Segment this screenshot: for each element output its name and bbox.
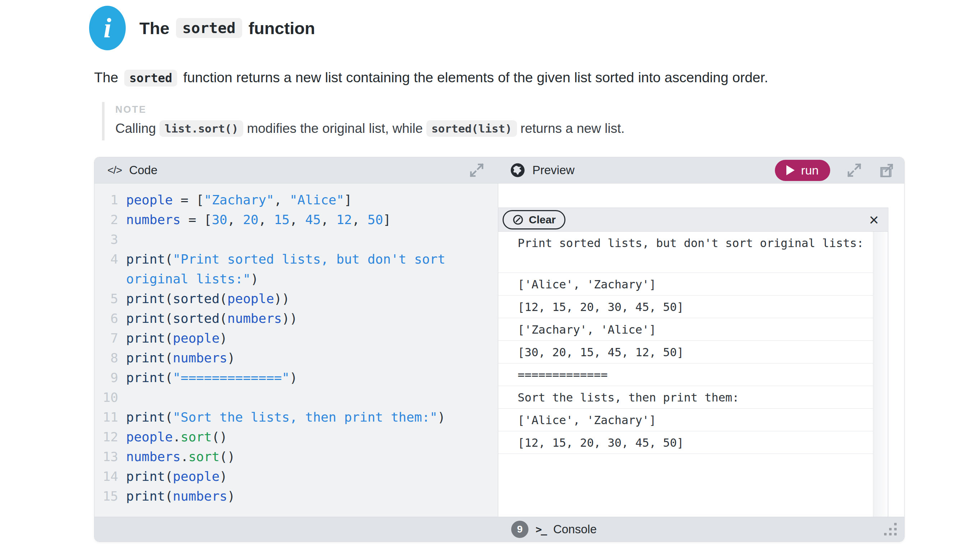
title-code-chip: sorted — [176, 18, 242, 38]
code-line: 10 — [94, 388, 498, 407]
no-symbol-icon — [512, 214, 524, 226]
line-number: 5 — [94, 289, 118, 308]
code-line: 4print("Print sorted lists, but don't so… — [94, 249, 498, 269]
preview-title-group: Preview — [510, 163, 574, 178]
console-rows: Print sorted lists, but don't sort origi… — [498, 232, 873, 517]
clear-button[interactable]: Clear — [503, 210, 565, 229]
console-row: ============= — [498, 364, 873, 386]
line-number — [94, 269, 118, 289]
title-post: function — [248, 18, 315, 38]
code-text: print("=============") — [118, 368, 298, 388]
note-code-chip-2: sorted(list) — [426, 120, 517, 137]
note-code-chip-1: list.sort() — [159, 120, 243, 137]
console-row: [12, 15, 20, 30, 45, 50] — [498, 295, 873, 318]
code-line: 6print(sorted(numbers)) — [94, 308, 498, 328]
expand-code-button[interactable] — [468, 162, 485, 178]
code-text: print(people) — [118, 467, 228, 486]
code-line: 3 — [94, 229, 498, 249]
note-mid: modifies the original list, while — [247, 121, 422, 136]
code-line: 1people = ["Zachary", "Alice"] — [94, 190, 498, 210]
line-number: 3 — [94, 229, 118, 249]
close-console-button[interactable]: × — [869, 211, 879, 228]
resize-grip[interactable] — [883, 522, 899, 538]
code-line: 12people.sort() — [94, 427, 498, 447]
code-text: original lists:") — [118, 269, 258, 289]
code-line: 2numbers = [30, 20, 15, 45, 12, 50] — [94, 210, 498, 229]
code-text: people.sort() — [118, 427, 228, 447]
panel-header: </> Code Preview run — [94, 157, 904, 184]
line-number: 4 — [94, 249, 118, 269]
run-button[interactable]: run — [775, 160, 830, 181]
line-number: 2 — [94, 210, 118, 229]
note-callout: NOTE Calling list.sort() modifies the or… — [102, 102, 980, 140]
line-number: 9 — [94, 368, 118, 388]
preview-scrollbar-gutter — [888, 208, 904, 517]
console-row: [12, 15, 20, 30, 45, 50] — [498, 431, 873, 454]
title-pre: The — [139, 18, 170, 38]
console-row: [30, 20, 15, 45, 12, 50] — [498, 341, 873, 364]
code-text: print(sorted(numbers)) — [118, 308, 298, 328]
code-text: print(people) — [118, 328, 228, 348]
page-title: The sorted function — [139, 18, 315, 38]
console-overlay: Clear × Print sorted lists, but don't so… — [498, 208, 888, 517]
note-post: returns a new list. — [520, 121, 625, 136]
console-scrollbar[interactable] — [873, 232, 888, 517]
code-icon: </> — [107, 164, 122, 176]
page-header: i The sorted function — [89, 6, 980, 50]
code-text — [118, 229, 126, 249]
code-text — [118, 388, 126, 407]
open-in-new-window-button[interactable] — [878, 162, 895, 178]
code-text: print("Print sorted lists, but don't sor… — [118, 249, 445, 269]
code-line: 5print(sorted(people)) — [94, 289, 498, 308]
intro-paragraph: The sorted function returns a new list c… — [94, 70, 980, 86]
line-number: 13 — [94, 447, 118, 467]
console-row: ['Zachary', 'Alice'] — [498, 318, 873, 341]
line-number: 14 — [94, 467, 118, 486]
code-line: 9print("=============") — [94, 368, 498, 388]
line-number: 8 — [94, 348, 118, 368]
code-text: print("Sort the lists, then print them:"… — [118, 407, 445, 427]
code-editor[interactable]: 1people = ["Zachary", "Alice"]2numbers =… — [94, 184, 498, 517]
line-number: 11 — [94, 407, 118, 427]
code-line: original lists:") — [94, 269, 498, 289]
line-number: 10 — [94, 388, 118, 407]
panel-body: 1people = ["Zachary", "Alice"]2numbers =… — [94, 184, 904, 517]
note-pre: Calling — [115, 121, 156, 136]
code-text: numbers.sort() — [118, 447, 235, 467]
intro-post: function returns a new list containing t… — [183, 70, 768, 85]
console-row: Sort the lists, then print them: — [498, 386, 873, 409]
play-icon — [786, 165, 795, 175]
console-row: Print sorted lists, but don't sort origi… — [498, 232, 873, 273]
preview-header-label: Preview — [532, 164, 574, 177]
clear-button-label: Clear — [529, 214, 556, 226]
expand-preview-button[interactable] — [846, 162, 862, 178]
code-text: print(sorted(people)) — [118, 289, 290, 308]
panel-footer: 9 >_ Console — [94, 517, 904, 542]
console-toggle-label: Console — [553, 523, 597, 536]
line-number: 6 — [94, 308, 118, 328]
line-number: 1 — [94, 190, 118, 210]
console-toggle[interactable]: 9 >_ Console — [511, 521, 597, 538]
console-row: ['Alice', 'Zachary'] — [498, 409, 873, 431]
intro-pre: The — [94, 70, 118, 85]
run-button-label: run — [801, 164, 819, 177]
console-toolbar: Clear × — [498, 208, 888, 232]
code-text: print(numbers) — [118, 348, 235, 368]
code-lines: 1people = ["Zachary", "Alice"]2numbers =… — [94, 190, 498, 506]
preview-header: Preview run — [498, 157, 904, 183]
code-line: 13numbers.sort() — [94, 447, 498, 467]
console-row: ['Alice', 'Zachary'] — [498, 273, 873, 295]
code-header-label: Code — [129, 164, 158, 177]
expand-icon — [468, 162, 485, 178]
code-text: people = ["Zachary", "Alice"] — [118, 190, 352, 210]
info-icon-glyph: i — [103, 12, 111, 44]
info-icon: i — [89, 6, 126, 50]
note-text: Calling list.sort() modifies the origina… — [115, 120, 980, 137]
code-text: print(numbers) — [118, 486, 235, 506]
code-line: 7print(people) — [94, 328, 498, 348]
terminal-icon: >_ — [536, 523, 546, 535]
code-line: 15print(numbers) — [94, 486, 498, 506]
note-label: NOTE — [115, 104, 980, 115]
console-count-badge: 9 — [511, 521, 528, 538]
code-text: numbers = [30, 20, 15, 45, 12, 50] — [118, 210, 391, 229]
